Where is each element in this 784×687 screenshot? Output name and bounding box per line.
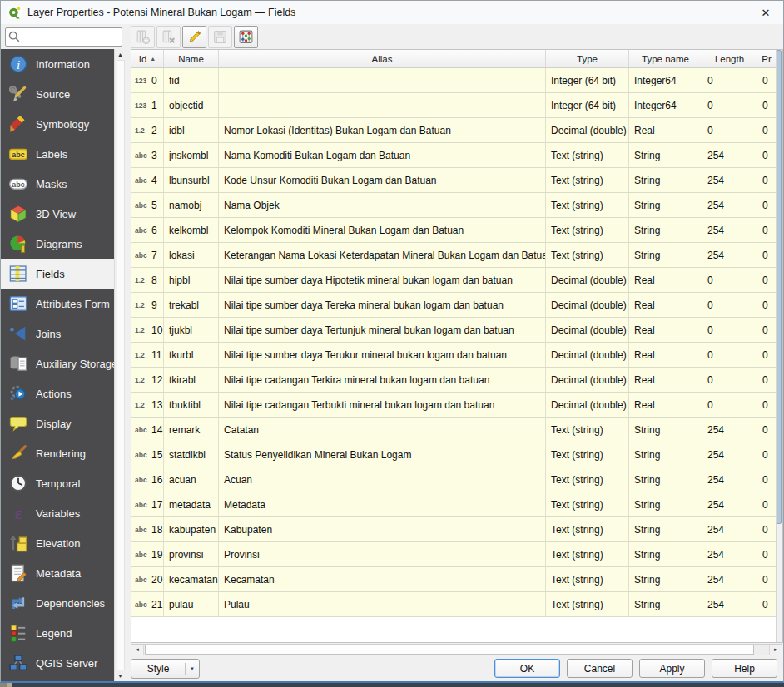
remark[interactable]: abc 14 remark Catatan Text (string) Stri… [131, 418, 776, 442]
namobj[interactable]: abc 5 namobj Nama Objek Text (string) St… [131, 193, 776, 218]
tkirabl[interactable]: 1.2 12 tkirabl Nilai tipe cadangan Terki… [131, 368, 776, 393]
sidebar-item-joins[interactable]: Joins [1, 319, 114, 348]
sidebar-item-diagrams[interactable]: Diagrams [1, 229, 114, 259]
kecamatan[interactable]: abc 20 kecamatan Kecamatan Text (string)… [131, 567, 776, 592]
column-header-name[interactable]: Name [164, 50, 219, 67]
jnskombl[interactable]: abc 3 jnskombl Nama Komoditi Bukan Logam… [131, 143, 776, 168]
column-header-alias[interactable]: Alias [219, 50, 546, 67]
field-type: Integer (64 bit) [546, 68, 629, 92]
sidebar-item-attributes-form[interactable]: Attributes Form [1, 289, 114, 319]
field-length: 254 [702, 542, 757, 566]
field-calculator-button[interactable] [234, 26, 258, 48]
field-id-cell: 1.2 12 [131, 368, 164, 392]
column-header-type[interactable]: Type [546, 50, 629, 67]
sidebar-item-actions[interactable]: Actions [1, 378, 114, 408]
field-type-icon: 1.2 [135, 376, 150, 384]
kelkombl[interactable]: abc 6 kelkombl Kelompok Komoditi Mineral… [131, 218, 776, 243]
field-name: lbunsurbl [164, 168, 219, 192]
style-dropdown-arrow-icon: ▼ [186, 666, 199, 671]
tjukbl[interactable]: 1.2 10 tjukbl Nilai tipe sumber daya Ter… [131, 318, 776, 343]
sidebar-item-label: Masks [36, 178, 67, 190]
sidebar-item-3d-view[interactable]: 3D View [1, 199, 114, 229]
field-precision: 0 [757, 517, 776, 541]
sidebar-item-rendering[interactable]: Rendering [1, 438, 114, 468]
hipbl[interactable]: 1.2 8 hipbl Nilai tipe sumber daya Hipot… [131, 268, 776, 293]
apply-button[interactable]: Apply [639, 659, 705, 678]
sidebar-item-dependencies[interactable]: Dependencies [1, 588, 114, 618]
field-id-cell: abc 19 [131, 542, 164, 566]
field-precision: 0 [757, 567, 776, 591]
sidebar-item-legend[interactable]: Legend [1, 618, 114, 648]
column-header-id[interactable]: Id ▲ [131, 50, 164, 67]
save-edits-button[interactable] [208, 26, 232, 48]
toggle-editing-button[interactable] [182, 26, 206, 48]
trekabl[interactable]: 1.2 9 trekabl Nilai tipe sumber daya Ter… [131, 293, 776, 318]
new-field-button[interactable] [131, 26, 155, 48]
sidebar-item-masks[interactable]: Masks [1, 169, 114, 199]
style-button[interactable]: Style ▼ [131, 659, 200, 679]
sidebar-item-fields[interactable]: Fields [1, 259, 114, 289]
sidebar-item-label: Fields [36, 268, 65, 280]
help-button[interactable]: Help [712, 659, 777, 678]
provinsi[interactable]: abc 19 provinsi Provinsi Text (string) S… [131, 542, 776, 567]
sidebar-item-elevation[interactable]: Elevation [1, 528, 114, 558]
sidebar-item-information[interactable]: Information [1, 49, 114, 79]
pulau[interactable]: abc 21 pulau Pulau Text (string) String … [131, 592, 776, 617]
table-vertical-scrollbar[interactable] [776, 50, 782, 642]
sidebar-item-label: Information [36, 58, 90, 71]
scroll-left-icon[interactable]: ◄ [131, 645, 144, 655]
column-header-precision[interactable]: Pr [757, 50, 776, 67]
lokasi[interactable]: abc 7 lokasi Keterangan Nama Lokasi Kete… [131, 243, 776, 268]
tbuktibl[interactable]: 1.2 13 tbuktibl Nilai tipe cadangan Terb… [131, 393, 776, 418]
field-type-name: Real [629, 118, 702, 142]
field-type: Text (string) [546, 193, 629, 217]
sidebar-item-label: Labels [36, 148, 67, 161]
field-id-cell: abc 4 [131, 168, 164, 192]
horizontal-scroll-thumb[interactable] [145, 645, 754, 655]
field-type-icon: 1.2 [135, 351, 150, 359]
statdikbl[interactable]: abc 15 statdikbl Status Penyelidikan Min… [131, 442, 776, 467]
sidebar-item-icon [9, 145, 27, 163]
sidebar-item-labels[interactable]: Labels [1, 139, 114, 169]
acuan[interactable]: abc 16 acuan Acuan Text (string) String … [131, 467, 776, 492]
scroll-right-icon[interactable]: ► [769, 645, 782, 655]
field-type: Text (string) [546, 442, 629, 467]
sidebar-item-symbology[interactable]: Symbology [1, 109, 114, 139]
sidebar-item-metadata[interactable]: Metadata [1, 558, 114, 588]
field-precision: 0 [757, 592, 776, 616]
sidebar-item-temporal[interactable]: Temporal [1, 468, 114, 498]
delete-field-button[interactable] [156, 26, 181, 48]
field-name: namobj [164, 193, 219, 217]
sidebar-item-source[interactable]: Source [1, 79, 114, 109]
sidebar-item-qgis-server[interactable]: QGIS Server [1, 648, 114, 678]
sidebar-item-display[interactable]: Display [1, 408, 114, 438]
sidebar-item-variables[interactable]: Variables [1, 498, 114, 528]
search-input[interactable] [5, 27, 122, 47]
horizontal-scroll-track[interactable] [144, 645, 769, 655]
sidebar-item-auxiliary-storage[interactable]: Auxiliary Storage [1, 348, 114, 378]
fid[interactable]: 123 0 fid Integer (64 bit) Integer64 0 0 [131, 68, 776, 93]
field-type-icon: abc [135, 226, 150, 235]
field-name: lokasi [164, 243, 219, 267]
sidebar-scroll-track[interactable] [117, 60, 125, 670]
field-type-name: Real [629, 293, 702, 317]
column-header-type-name[interactable]: Type name [629, 50, 702, 67]
sidebar-scrollbar[interactable]: ▲ ▼ [114, 49, 126, 681]
field-type-name: String [629, 542, 702, 566]
close-button[interactable]: ✕ [757, 7, 775, 19]
idbl[interactable]: 1.2 2 idbl Nomor Lokasi (Identitas) Buka… [131, 118, 776, 143]
objectid[interactable]: 123 1 objectid Integer (64 bit) Integer6… [131, 93, 776, 118]
sidebar-scroll-up-icon[interactable]: ▲ [117, 52, 123, 57]
cancel-button[interactable]: Cancel [567, 659, 633, 678]
lbunsurbl[interactable]: abc 4 lbunsurbl Kode Unsur Komoditi Buka… [131, 168, 776, 193]
ok-button[interactable]: OK [494, 659, 560, 678]
field-type-name: String [629, 243, 702, 267]
table-horizontal-scrollbar[interactable]: ◄ ► [131, 644, 782, 655]
tkurbl[interactable]: 1.2 11 tkurbl Nilai tipe sumber daya Ter… [131, 343, 776, 368]
column-header-length[interactable]: Length [702, 50, 757, 67]
field-alias: Kecamatan [219, 567, 546, 591]
vertical-scroll-thumb[interactable] [777, 50, 782, 524]
sidebar-scroll-down-icon[interactable]: ▼ [117, 673, 123, 679]
kabupaten[interactable]: abc 18 kabupaten Kabupaten Text (string)… [131, 517, 776, 542]
metadata[interactable]: abc 17 metadata Metadata Text (string) S… [131, 492, 776, 517]
